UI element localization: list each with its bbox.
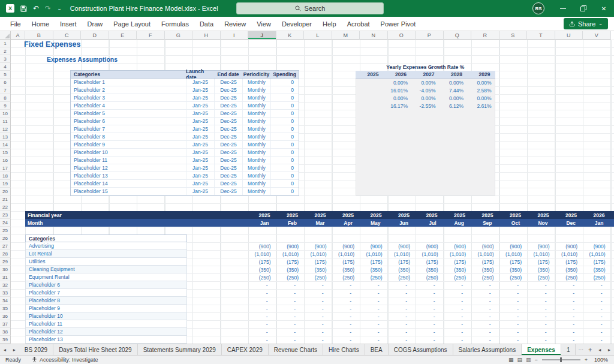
growth-value-cell[interactable]: 16.01% (384, 86, 412, 94)
value-cell[interactable]: - (416, 320, 444, 328)
assumptions-cell[interactable]: Jan-25 (186, 157, 214, 164)
tab-scroll-left-icon[interactable]: ◂ (595, 344, 604, 355)
fy-year-cell[interactable]: 2025 (471, 211, 499, 219)
sheet-tab-1[interactable]: 1 (561, 344, 576, 355)
assumptions-cell[interactable]: Jan-25 (186, 149, 214, 157)
assumptions-col-header-categories[interactable]: Categories (71, 71, 186, 79)
value-cell[interactable]: - (276, 289, 305, 297)
row-header-38[interactable]: 38 (0, 328, 11, 336)
assumptions-cell[interactable]: 0 (270, 157, 299, 164)
row-header-29[interactable]: 29 (0, 258, 11, 266)
value-cell[interactable]: (900) (248, 242, 276, 250)
growth-year-header-2026[interactable]: 2026 (384, 71, 412, 79)
row-header-34[interactable]: 34 (0, 297, 11, 305)
month-cell[interactable]: Mar (304, 219, 332, 227)
assumptions-cell[interactable]: Dec-25 (214, 149, 242, 157)
fy-year-cell[interactable]: 2025 (388, 211, 416, 219)
assumptions-cell[interactable]: 0 (270, 133, 299, 141)
category-cell-cleaning-equipment[interactable]: Cleaning Equipment (25, 266, 187, 273)
fy-year-cell[interactable]: 2025 (360, 211, 388, 219)
ribbon-tab-data[interactable]: Data (194, 17, 219, 31)
more-sheets-icon[interactable]: ⋯ (576, 344, 585, 355)
category-cell-placeholder-8[interactable]: Placeholder 8 (25, 297, 187, 305)
zoom-in-icon[interactable]: + (585, 357, 588, 363)
assumptions-cell[interactable]: Monthly (242, 86, 270, 94)
category-cell-lot-rental[interactable]: Lot Rental (25, 250, 187, 258)
value-cell[interactable]: - (583, 305, 611, 312)
value-cell[interactable]: - (360, 328, 388, 336)
growth-value-cell[interactable]: -4.05% (411, 86, 440, 94)
row-header-21[interactable]: 21 (0, 195, 11, 203)
assumptions-cell[interactable]: Placeholder 2 (71, 86, 186, 94)
column-header-e[interactable]: E (109, 31, 137, 40)
value-cell[interactable]: (350) (555, 266, 583, 273)
value-cell[interactable]: (250) (248, 273, 276, 281)
value-cell[interactable]: - (304, 281, 332, 289)
growth-value-cell[interactable]: 0.00% (411, 94, 440, 102)
column-header-h[interactable]: H (192, 31, 221, 40)
assumptions-cell[interactable]: Placeholder 13 (71, 172, 186, 180)
value-cell[interactable]: (250) (555, 273, 583, 281)
growth-value-cell[interactable]: 0.00% (411, 79, 440, 86)
value-cell[interactable]: - (388, 281, 416, 289)
growth-year-header-2028[interactable]: 2028 (440, 71, 468, 79)
assumptions-cell[interactable]: Dec-25 (214, 188, 242, 195)
value-cell[interactable]: (900) (388, 242, 416, 250)
month-cell[interactable]: Nov (527, 219, 555, 227)
value-cell[interactable]: - (499, 281, 528, 289)
sheet-tab-bs-2029[interactable]: BS 2029 (19, 344, 53, 355)
value-cell[interactable]: - (360, 336, 388, 344)
value-cell[interactable]: (350) (276, 266, 305, 273)
value-cell[interactable]: - (444, 305, 472, 312)
column-header-i[interactable]: I (221, 31, 249, 40)
ribbon-tab-draw[interactable]: Draw (82, 17, 109, 31)
assumptions-cell[interactable]: Monthly (242, 149, 270, 157)
row-header-39[interactable]: 39 (0, 336, 11, 344)
fy-year-cell[interactable]: 2025 (276, 211, 305, 219)
value-cell[interactable]: - (527, 289, 555, 297)
value-cell[interactable]: - (332, 305, 360, 312)
value-cell[interactable]: - (276, 328, 305, 336)
row-header-31[interactable]: 31 (0, 273, 11, 281)
value-cell[interactable]: - (555, 312, 583, 320)
value-cell[interactable]: (175) (471, 258, 499, 266)
value-cell[interactable]: (250) (388, 273, 416, 281)
value-cell[interactable]: - (499, 297, 528, 305)
category-cell-placeholder-9[interactable]: Placeholder 9 (25, 305, 187, 312)
value-cell[interactable]: - (471, 289, 499, 297)
ribbon-tab-file[interactable]: File (5, 17, 26, 31)
row-header-2[interactable]: 2 (0, 47, 11, 55)
save-icon[interactable] (20, 5, 27, 12)
assumptions-cell[interactable]: Dec-25 (214, 164, 242, 172)
value-cell[interactable]: - (555, 328, 583, 336)
value-cell[interactable]: (1,010) (388, 250, 416, 258)
assumptions-cell[interactable]: Monthly (242, 188, 270, 195)
category-cell-utilities[interactable]: Utilities (25, 258, 187, 266)
page-layout-view-icon[interactable]: ▤ (517, 357, 522, 363)
ribbon-tab-page-layout[interactable]: Page Layout (108, 17, 156, 31)
growth-value-cell[interactable]: 7.44% (440, 86, 468, 94)
assumptions-cell[interactable]: Monthly (242, 133, 270, 141)
ribbon-tab-acrobat[interactable]: Acrobat (342, 17, 375, 31)
value-cell[interactable]: - (248, 297, 276, 305)
assumptions-cell[interactable]: Placeholder 1 (71, 79, 186, 86)
value-cell[interactable]: - (471, 336, 499, 344)
value-cell[interactable]: - (248, 281, 276, 289)
growth-table-title[interactable]: Yearly Expenses Growth Rate % (356, 63, 495, 71)
value-cell[interactable]: - (471, 312, 499, 320)
value-cell[interactable]: (1,010) (304, 250, 332, 258)
value-cell[interactable]: - (499, 289, 528, 297)
fy-year-cell[interactable]: 2025 (304, 211, 332, 219)
value-cell[interactable]: - (416, 297, 444, 305)
value-cell[interactable]: - (304, 289, 332, 297)
value-cell[interactable]: - (527, 328, 555, 336)
assumptions-cell[interactable]: Placeholder 11 (71, 157, 186, 164)
value-cell[interactable]: - (360, 289, 388, 297)
value-cell[interactable]: (250) (416, 273, 444, 281)
value-cell[interactable]: - (555, 289, 583, 297)
value-cell[interactable]: (900) (499, 242, 528, 250)
ribbon-tab-formulas[interactable]: Formulas (156, 17, 194, 31)
assumptions-cell[interactable]: Jan-25 (186, 188, 214, 195)
value-cell[interactable]: (175) (248, 258, 276, 266)
assumptions-cell[interactable]: Dec-25 (214, 141, 242, 149)
